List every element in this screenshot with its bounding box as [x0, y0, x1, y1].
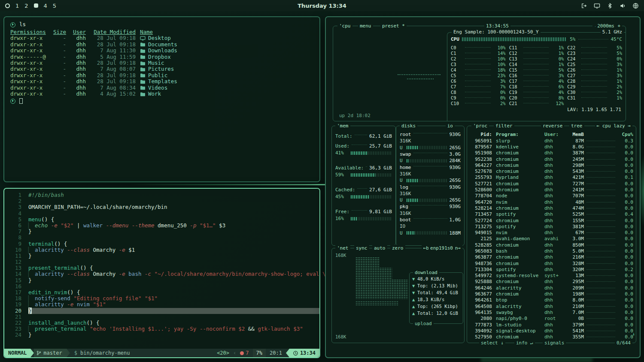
net-zero-button[interactable]: zero — [390, 245, 405, 251]
sort-column-selector[interactable]: ← cpu lazy → — [595, 123, 632, 129]
terminal-ls-window[interactable]: ls Permissions Size User Date Modified N… — [3, 16, 320, 182]
process-row[interactable]: 964227chromiumdhh298M0.0 — [470, 162, 633, 168]
process-name: chromium — [492, 163, 543, 168]
process-row[interactable]: 549972systemd-resolvesyst+13M0.0 — [470, 273, 633, 279]
process-row[interactable]: 952238chromiumdhh245M0.0 — [470, 156, 633, 162]
process-cpu: 0.0 — [618, 242, 633, 248]
preset-button[interactable]: preset * — [380, 23, 407, 29]
process-row[interactable]: 2080napi/phy0-0root0B0.0 — [470, 316, 633, 322]
btop-window[interactable]: 'cpu menu preset * 13:34:55 - 2000ms + u… — [325, 16, 641, 358]
workspace-active-icon[interactable] — [5, 3, 10, 8]
process-row[interactable]: 965083bashdhh5.0M0.0 — [470, 248, 633, 254]
mem-stat-meter-row: 59% — [335, 172, 392, 178]
process-row[interactable]: 778704nodedhh707M0.0 — [470, 193, 633, 199]
terminal-cursor-line[interactable] — [10, 98, 313, 104]
file-name[interactable]: Pictures — [148, 66, 174, 72]
mem-stat-meter-row: 41% — [335, 150, 392, 156]
core-percent: 3% — [609, 62, 622, 67]
file-name[interactable]: Public — [148, 72, 167, 78]
interval-plus-button[interactable]: + — [616, 23, 622, 29]
process-cpu-graph — [586, 184, 615, 184]
footer-signals[interactable]: signals — [543, 340, 566, 346]
cpu-box-title[interactable]: 'cpu — [337, 23, 352, 29]
process-row[interactable]: 964135swaybgdhh7.0M0.0 — [470, 309, 633, 315]
process-row[interactable]: 948736chromiumdhh328M0.0 — [470, 260, 633, 266]
process-row[interactable]: 925888chromiumdhh295M0.0 — [470, 279, 633, 285]
filter-button[interactable]: filter — [494, 123, 514, 129]
volume-icon[interactable] — [620, 3, 626, 9]
header-program[interactable]: Program: — [492, 132, 543, 137]
process-row[interactable]: 713304spotifydhh320M0.2 — [470, 266, 633, 272]
process-row[interactable]: 527721chromiumdhh727M0.0 — [470, 181, 633, 187]
workspace-occupied-icon[interactable] — [34, 3, 38, 8]
disks-box-title[interactable]: disks — [400, 123, 417, 129]
editor-window[interactable]: 1#!/bin/bash23OMARCHY_BIN_PATH=~/.local/… — [3, 188, 320, 358]
workspace-2[interactable]: 2 — [24, 3, 28, 9]
tree-button[interactable]: tree — [569, 123, 584, 129]
process-row[interactable]: 964246alacrittydhh209M0.0 — [470, 285, 633, 291]
file-name[interactable]: Videos — [148, 85, 167, 91]
process-row[interactable]: 394092signal-desktopdhh541M0.0 — [470, 328, 633, 334]
workspace-switcher: 1 2 4 5 — [5, 3, 56, 9]
code-segment: = — [80, 204, 83, 210]
process-row[interactable]: 949015nvimdhh67M0.0 — [470, 229, 633, 235]
process-row[interactable]: 964720nvimdhh48M0.0 — [470, 199, 633, 205]
reverse-button[interactable]: reverse — [541, 123, 564, 129]
process-row[interactable]: 777873lm-studiodhh379M0.0 — [470, 322, 633, 328]
process-row[interactable]: 964508alacrittydhh210M0.0 — [470, 303, 633, 309]
process-row[interactable]: 527950chromiumdhh355M0.0 — [470, 334, 633, 340]
process-row[interactable]: 879567kdenlivedhh8.0G0.0 — [470, 144, 633, 150]
file-name[interactable]: Desktop — [148, 35, 171, 41]
file-name[interactable]: Music — [148, 60, 164, 66]
process-row[interactable]: 964261btopdhh8.0M0.0 — [470, 297, 633, 303]
workspace-4[interactable]: 4 — [44, 3, 47, 9]
header-memb[interactable]: MemB — [564, 132, 584, 137]
menu-button[interactable]: menu — [358, 23, 373, 29]
process-row[interactable]: 713275spotifydhh381M0.0 — [470, 223, 633, 229]
cores-column-2: C111%C121%C130%C141%C155%C163%C174%C186%… — [509, 45, 564, 106]
process-row[interactable]: 963877chromiumdhh216M0.0 — [470, 254, 633, 260]
footer-info[interactable]: info ↵ — [514, 340, 535, 346]
process-row[interactable]: 527724chromiumdhh155M0.0 — [470, 217, 633, 223]
process-cpu: 0.3 — [618, 138, 633, 144]
process-row[interactable]: 951908chromiumdhh387M0.0 — [470, 150, 633, 156]
net-box-title[interactable]: 'net — [335, 245, 350, 251]
globe-icon[interactable] — [632, 3, 639, 9]
bluetooth-icon[interactable] — [607, 3, 613, 9]
workspace-1[interactable]: 1 — [15, 3, 19, 9]
cpu-core-row: C311% — [567, 95, 622, 100]
net-sync-button[interactable]: sync — [354, 245, 369, 251]
process-user: dhh — [543, 211, 564, 217]
process-row[interactable]: 528214chromiumdhh474M0.0 — [470, 205, 633, 211]
process-row[interactable]: 527678chromiumdhh543M0.0 — [470, 168, 633, 174]
display-icon[interactable] — [594, 3, 600, 9]
scroll-down-icon[interactable]: ↓ — [632, 331, 635, 337]
editor-buffer[interactable]: 1#!/bin/bash23OMARCHY_BIN_PATH=~/.local/… — [4, 189, 319, 338]
header-pid[interactable]: Pid: — [470, 132, 492, 137]
process-name: btop — [492, 297, 543, 303]
file-name[interactable]: Templates — [148, 78, 177, 84]
process-row[interactable]: 2125avahi-daemonavahi3.0M0.0 — [470, 236, 633, 242]
process-row[interactable]: 255793Hyprlanddhh421M0.1 — [470, 175, 633, 181]
process-row[interactable]: 713457spotifydhh525M0.4 — [470, 211, 633, 217]
process-row[interactable]: 528285chromiumdhh850M0.0 — [470, 242, 633, 248]
mem-box-title[interactable]: 'mem — [335, 123, 350, 129]
file-name[interactable]: Dropbox — [148, 54, 171, 60]
file-name[interactable]: Downloads — [148, 48, 177, 54]
process-row[interactable]: 528600chromiumdhh241M0.0 — [470, 187, 633, 193]
io-mode-button[interactable]: io — [446, 123, 455, 129]
process-pid: 527721 — [470, 181, 492, 187]
iface-next-button[interactable]: n→ — [453, 245, 462, 251]
header-user[interactable]: User: — [543, 132, 564, 137]
file-name[interactable]: Documents — [148, 42, 177, 48]
logout-icon[interactable] — [581, 3, 587, 9]
process-row[interactable]: 963677chromiumdhh198M0.0 — [470, 291, 633, 297]
net-auto-button[interactable]: auto — [372, 245, 387, 251]
process-pid: 964135 — [470, 310, 492, 315]
header-cpu[interactable]: Cpu% — [618, 132, 633, 137]
process-row[interactable]: 965091slurpdhh87M0.3 — [470, 138, 633, 144]
proc-box-title[interactable]: 'proc — [471, 123, 489, 129]
file-name[interactable]: Work — [148, 91, 161, 97]
footer-select[interactable]: select ↓ — [479, 340, 505, 346]
workspace-5[interactable]: 5 — [53, 3, 56, 9]
